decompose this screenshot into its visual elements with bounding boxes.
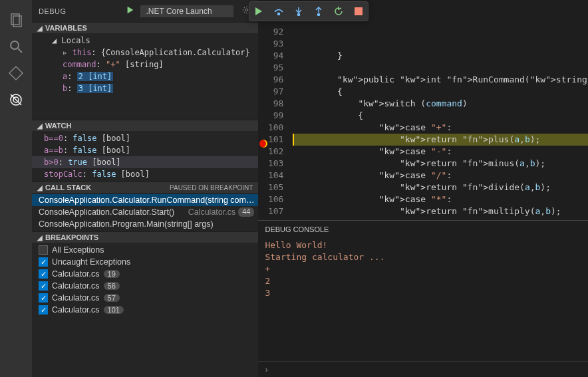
code-line[interactable] [293,62,588,74]
breakpoints-title: BREAKPOINTS [45,233,98,241]
variable-row[interactable]: ▹ this: {ConsoleApplication.Calculator} [32,47,258,59]
console-line: Starting calculator ... [265,251,588,263]
svg-marker-9 [255,7,262,15]
breakpoint-row[interactable]: ✓Calculator.cs101 [32,304,258,316]
debug-console-output: Hello World!Starting calculator ...+23 [258,238,588,361]
chevron-down-icon: ◢ [37,184,43,191]
stack-frame[interactable]: ConsoleApplication.Program.Main(string[]… [32,218,258,230]
console-line: + [265,263,588,275]
debug-toolbar[interactable] [249,1,368,21]
breakpoints-section: ◢ BREAKPOINTS All Exceptions✓Uncaught Ex… [32,231,258,317]
breakpoint-row[interactable]: ✓Calculator.cs57 [32,292,258,304]
code-line[interactable]: "kw">case "/": [293,170,588,182]
svg-point-12 [298,14,300,16]
debug-sidebar: DEBUG .NET Core Launch ▾ ◢ VARIABLES ◢ L… [32,0,258,377]
variables-scope[interactable]: ◢ Locals [32,35,258,47]
line-gutter: 9293949596979899100101102103104105106107 [258,26,293,220]
chevron-down-icon: ◢ [37,234,43,241]
console-line: 2 [265,275,588,287]
debug-config-select[interactable]: .NET Core Launch [140,5,233,17]
debug-header: DEBUG .NET Core Launch ▾ [32,0,258,22]
debug-console-panel: DEBUG CONSOLE ✕ Hello World!Starting cal… [258,220,588,377]
code-line[interactable]: "kw">return "fn">plus(a,b); [293,134,588,146]
watch-row[interactable]: b>0: true [bool] [32,156,258,168]
editor-area: ✕ 92939495969798991001011021031041051061… [258,0,588,377]
code-line[interactable]: "kw">public "kw">int "fn">RunCommand("kw… [293,74,588,86]
step-out-icon[interactable] [313,6,324,17]
callstack-section: ◢ CALL STACK PAUSED ON BREAKPOINT Consol… [32,182,258,231]
repl-prompt: › [265,364,267,374]
code-line[interactable]: { [293,86,588,98]
debug-console-header: DEBUG CONSOLE ✕ [258,221,588,238]
watch-section: ◢ WATCH b==0: false [bool]a==b: false [b… [32,120,258,182]
breakpoint-row[interactable]: All Exceptions [32,244,258,256]
start-debug-icon[interactable] [126,5,135,17]
watch-header[interactable]: ◢ WATCH [32,120,258,131]
code-line[interactable]: "kw">case "-": [293,146,588,158]
code-line[interactable]: "kw">return "fn">multiply(a,b); [293,205,588,217]
search-icon[interactable] [0,33,32,60]
checkbox-icon[interactable]: ✓ [39,305,48,314]
variables-title: VARIABLES [45,24,87,32]
step-over-icon[interactable] [273,6,284,17]
restart-icon[interactable] [333,6,344,17]
chevron-down-icon: ◢ [37,122,43,130]
debug-icon[interactable] [0,86,32,113]
callstack-status: PAUSED ON BREAKPOINT [170,184,253,191]
step-into-icon[interactable] [293,6,304,17]
watch-row[interactable]: a==b: false [bool] [32,144,258,156]
watch-title: WATCH [45,122,72,130]
variables-header[interactable]: ◢ VARIABLES [32,23,258,33]
svg-line-3 [18,49,22,53]
callstack-header[interactable]: ◢ CALL STACK PAUSED ON BREAKPOINT [32,182,258,193]
svg-point-8 [246,9,249,11]
variable-row[interactable]: a: 2 [int] [32,70,258,82]
watch-row[interactable]: b==0: false [bool] [32,132,258,144]
variable-row[interactable]: command: "+" [string] [32,59,258,70]
debug-console-input[interactable]: › [258,361,588,377]
debug-title: DEBUG [39,7,120,15]
checkbox-icon[interactable]: ✓ [39,269,48,279]
code-line[interactable]: "kw">case "+": [293,122,588,134]
code-line[interactable]: "kw">switch (command) [293,98,588,110]
code-line[interactable]: "kw">return "fn">minus(a,b); [293,158,588,170]
debug-console-title: DEBUG CONSOLE [265,225,588,233]
console-line: 3 [265,287,588,299]
breakpoint-row[interactable]: ✓Uncaught Exceptions [32,256,258,268]
breakpoint-row[interactable]: ✓Calculator.cs56 [32,280,258,292]
callstack-title: CALL STACK [45,184,91,191]
scm-icon[interactable] [0,60,32,86]
watch-row[interactable]: stopCalc: false [bool] [32,168,258,180]
variables-section: ◢ VARIABLES ◢ Locals ▹ this: {ConsoleApp… [32,22,258,96]
code-line[interactable]: "kw">case "*": [293,193,588,205]
checkbox-icon[interactable]: ✓ [39,281,48,291]
code-line[interactable]: "kw">return "fn">divide(a,b); [293,182,588,193]
activity-bar [0,0,32,377]
svg-point-2 [11,41,19,49]
checkbox-icon[interactable]: ✓ [39,293,48,303]
checkbox-icon[interactable] [39,245,48,255]
stop-icon[interactable] [353,6,364,17]
breakpoint-row[interactable]: ✓Calculator.cs19 [32,268,258,280]
code-lines[interactable]: } "kw">public "kw">int "fn">RunCommand("… [293,26,588,220]
code-line[interactable]: } [293,50,588,62]
svg-point-14 [318,14,320,16]
stack-frame[interactable]: ConsoleApplication.Calculator.RunCommand… [32,194,258,206]
code-editor[interactable]: 9293949596979899100101102103104105106107… [258,22,588,220]
code-line[interactable] [293,26,588,38]
console-line: Hello World! [265,239,588,251]
chevron-down-icon: ◢ [37,25,43,32]
svg-point-10 [278,13,280,15]
svg-marker-7 [128,7,134,14]
code-line[interactable]: { [293,110,588,122]
variable-row[interactable]: b: 3 [int] [32,82,258,94]
explorer-icon[interactable] [0,7,32,33]
checkbox-icon[interactable]: ✓ [39,257,48,267]
code-line[interactable] [293,38,588,50]
continue-icon[interactable] [253,6,264,17]
stack-frame[interactable]: ConsoleApplication.Calculator.Start()Cal… [32,206,258,218]
breakpoints-header[interactable]: ◢ BREAKPOINTS [32,232,258,243]
